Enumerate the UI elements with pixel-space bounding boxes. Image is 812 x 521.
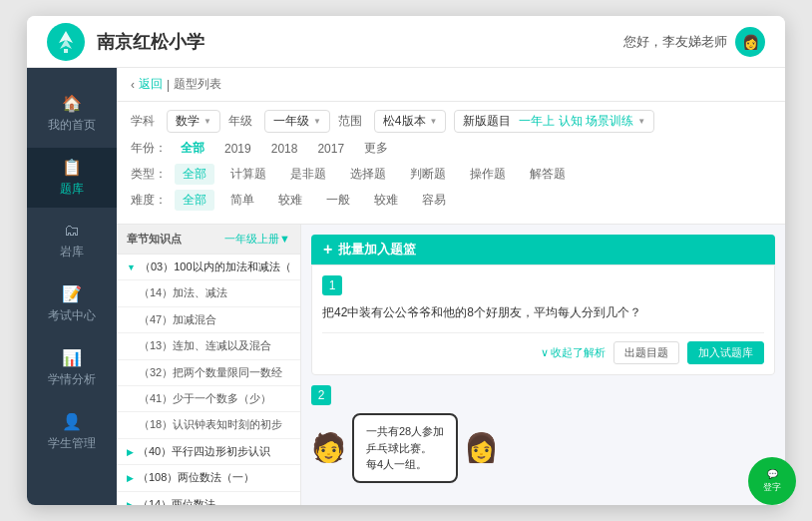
tree-node-child-label-6: （18）认识钟表知时刻的初步 [139,418,282,430]
tree-node-child-3[interactable]: （13）连加、连减以及混合 [117,333,300,359]
wechat-label: 登字 [763,481,781,494]
diff-label: 难度： [131,192,167,209]
body: 🏠 我的首页 📋 题库 🗂 岩库 📝 考试中心 📊 学情分析 👤 学生管 [27,68,785,505]
speech-line-1: 一共有28人参加 [366,423,444,440]
scope-select[interactable]: 松4版本 ▼ [374,110,447,133]
year-tag-more[interactable]: 更多 [358,138,394,159]
edition-arrow-icon: ▼ [637,117,645,126]
tree-node-label-4: （14）两位数法 [138,497,215,505]
scope-arrow-icon: ▼ [430,117,438,126]
breadcrumb-current: 题型列表 [174,76,221,93]
year-tag-2018[interactable]: 2018 [265,140,304,158]
filter-area: 学科 数学 ▼ 年级 一年级 ▼ 范围 松4版本 ▼ [117,102,785,225]
type-tag-calc[interactable]: 计算题 [222,164,274,185]
chevron-down-icon: ∨ [541,346,549,359]
speech-line-3: 每4人一组。 [366,456,444,473]
cartoon-figure-left: 🧑 [311,431,346,464]
cartoon-area: 🧑 一共有28人参加 乒乓球比赛。 每4人一组。 👩 [311,413,775,483]
diff-tag-simple[interactable]: 简单 [222,190,262,211]
tree-node-child-2[interactable]: （47）加减混合 [117,307,300,333]
sidebar-label-exam: 考试中心 [48,307,96,324]
filter-row-diff: 难度： 全部 简单 较难 一般 较难 容易 [131,190,771,211]
tree-node-parent-3[interactable]: ▶ （108）两位数法（一） [117,465,300,491]
question-actions-1: ∨ 收起了解析 出题目题 加入试题库 [322,341,764,364]
type-tag-judge[interactable]: 判断题 [402,164,454,185]
tree-node-label-3: （108）两位数法（一） [138,470,254,485]
tree-node-parent-1[interactable]: ▼ （03）100以内的加法和减法（ [117,255,300,280]
tree-header-grade[interactable]: 一年级上册▼ [224,232,290,247]
sidebar: 🏠 我的首页 📋 题库 🗂 岩库 📝 考试中心 📊 学情分析 👤 学生管 [27,68,117,505]
header: 南京红松小学 您好，李友娣老师 👩 [27,16,785,68]
sidebar-item-home[interactable]: 🏠 我的首页 [27,84,117,144]
question-area: + 批量加入题篮 1 把42中装有公公爷爷和他的8个好朋友，平均每人分到几个？ … [301,225,785,505]
breadcrumb-separator: | [167,78,170,92]
tree-node-child-6[interactable]: （18）认识钟表知时刻的初步 [117,412,300,438]
chevron-left-icon: ‹ [131,78,135,92]
avatar-icon[interactable]: 👩 [735,27,765,57]
edition-select[interactable]: 新版题目 一年上 认知 场景训练 ▼ [454,110,654,133]
grade-label: 年级 [228,113,256,130]
home-icon: 🏠 [62,94,82,113]
tree-node-parent-4[interactable]: ▶ （14）两位数法 [117,492,300,505]
sidebar-label-questions: 题库 [60,181,84,198]
sidebar-item-library[interactable]: 🗂 岩库 [27,212,117,270]
triangle-icon: ▼ [127,261,136,274]
divider-1 [322,332,764,333]
tree-node-parent-2[interactable]: ▶ （40）平行四边形初步认识 [117,439,300,465]
subject-select[interactable]: 数学 ▼ [167,110,220,133]
header-left: 南京红松小学 [47,23,204,61]
sidebar-label-home: 我的首页 [48,117,96,134]
sidebar-label-students: 学生管理 [48,435,96,452]
back-link[interactable]: 返回 [139,76,163,93]
breadcrumb: ‹ 返回 | 题型列表 [117,68,785,102]
add-topic-btn-1[interactable]: 出题目题 [613,341,679,364]
year-tag-2017[interactable]: 2017 [311,140,350,158]
section-title: 批量加入题篮 [338,241,416,259]
subject-label: 学科 [131,113,159,130]
sidebar-label-analysis: 学情分析 [48,371,96,388]
scope-label: 范围 [338,113,366,130]
analysis-icon: 📊 [62,348,82,367]
diff-tag-normal[interactable]: 一般 [318,190,358,211]
diff-tag-all[interactable]: 全部 [175,190,214,211]
sidebar-item-analysis[interactable]: 📊 学情分析 [27,338,117,398]
question-number-2: 2 [311,385,331,405]
tree-node-child-4[interactable]: （32）把两个数量限同一数经 [117,360,300,386]
sidebar-item-questions[interactable]: 📋 题库 [27,148,117,208]
diff-tag-medium[interactable]: 较难 [270,190,310,211]
grade-select[interactable]: 一年级 ▼ [264,110,330,133]
students-icon: 👤 [62,412,82,431]
speech-bubble: 一共有28人参加 乒乓球比赛。 每4人一组。 [352,413,458,483]
tree-node-child-label-5: （41）少于一个数多（少） [139,392,271,404]
question-card-1: 1 把42中装有公公爷爷和他的8个好朋友，平均每人分到几个？ ∨ 收起了解析 出… [311,264,775,375]
logo-icon [47,23,85,61]
collapse-btn-1[interactable]: ∨ 收起了解析 [541,341,606,364]
school-name: 南京红松小学 [97,30,204,54]
question-card-2-wrapper: 2 🧑 一共有28人参加 乒乓球比赛。 每4人一组。 👩 [311,385,775,483]
type-tag-answer[interactable]: 解答题 [522,164,574,185]
type-tag-all[interactable]: 全部 [175,164,214,185]
questions-icon: 📋 [62,158,82,177]
tree-node-child-label-2: （47）加减混合 [139,313,216,325]
sidebar-item-exam[interactable]: 📝 考试中心 [27,274,117,334]
library-icon: 🗂 [64,222,80,240]
year-tag-all[interactable]: 全部 [175,138,210,159]
type-tag-op[interactable]: 操作题 [462,164,514,185]
type-tag-tf[interactable]: 是非题 [282,164,334,185]
cartoon-figure-right: 👩 [464,431,499,464]
wechat-badge[interactable]: 💬 登字 [748,457,796,505]
triangle-icon-2: ▶ [127,446,134,459]
type-tag-choice[interactable]: 选择题 [342,164,394,185]
tree-node-child-5[interactable]: （41）少于一个数多（少） [117,386,300,412]
knowledge-tree: 章节知识点 一年级上册▼ ▼ （03）100以内的加法和减法（ （14）加法、减… [117,225,301,505]
sidebar-item-students[interactable]: 👤 学生管理 [27,402,117,462]
add-basket-btn-1[interactable]: 加入试题库 [687,341,764,364]
year-tag-2019[interactable]: 2019 [218,140,257,158]
question-text-1: 把42中装有公公爷爷和他的8个好朋友，平均每人分到几个？ [322,303,764,322]
app-window: 南京红松小学 您好，李友娣老师 👩 🏠 我的首页 📋 题库 🗂 岩库 📝 [27,16,785,505]
tree-node-child-1[interactable]: （14）加法、减法 [117,280,300,306]
diff-tag-hard[interactable]: 较难 [366,190,406,211]
tree-node-label-2: （40）平行四边形初步认识 [138,444,270,459]
diff-tag-easy[interactable]: 容易 [414,190,454,211]
plus-icon: + [323,241,332,259]
